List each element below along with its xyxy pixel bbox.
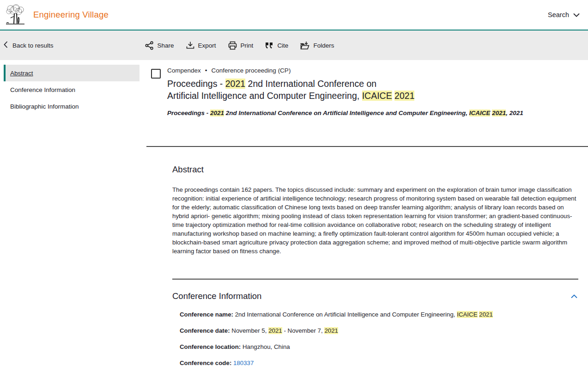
conference-date-field: Conference date: November 5, 2021 - Nove… — [180, 327, 578, 334]
conference-location-value: Hangzhou, China — [241, 343, 290, 350]
conference-name-field: Conference name: 2nd International Confe… — [180, 311, 578, 318]
sidebar-item-abstract[interactable]: Abstract — [4, 65, 139, 81]
sidebar-item-label: Bibliographic Information — [10, 103, 79, 110]
section-divider-inner — [172, 279, 578, 280]
conference-name-value: 2nd International Conference on Artifici… — [233, 311, 493, 318]
conference-code-label: Conference code: — [180, 360, 231, 366]
brand-title[interactable]: Engineering Village — [33, 10, 109, 20]
folders-label: Folders — [313, 42, 334, 49]
conference-location-field: Conference location: Hangzhou, China — [180, 343, 578, 350]
doc-type-label: Conference proceeding (CP) — [212, 67, 291, 74]
sidebar-item-conference-information[interactable]: Conference Information — [4, 81, 139, 98]
folders-icon — [300, 41, 309, 50]
search-menu[interactable]: Search — [548, 11, 580, 18]
sidebar-item-label: Abstract — [10, 70, 33, 77]
conference-information-section: Conference Information Conference name: … — [172, 291, 578, 366]
conference-date-value: November 5, 2021 - November 7, 2021 — [230, 327, 338, 334]
cite-icon — [265, 42, 273, 49]
chevron-left-icon — [4, 41, 8, 49]
share-button[interactable]: Share — [145, 41, 174, 50]
conference-date-label: Conference date: — [180, 327, 230, 334]
select-record-checkbox[interactable] — [151, 69, 161, 79]
section-divider-top — [146, 146, 588, 147]
top-header: Engineering Village Search — [0, 0, 588, 30]
chevron-down-icon — [573, 11, 580, 18]
record-title-line2: Artificial Intelligence and Computer Eng… — [167, 90, 523, 102]
back-to-results-label: Back to results — [12, 42, 54, 49]
export-icon — [186, 41, 194, 49]
meta-separator-dot: • — [205, 67, 207, 74]
record-meta: Compendex • Conference proceeding (CP) — [167, 66, 523, 74]
page: Engineering Village Search Back to resul… — [0, 0, 588, 384]
share-label: Share — [158, 42, 174, 49]
conference-location-label: Conference location: — [180, 343, 241, 350]
export-label: Export — [198, 42, 216, 49]
print-icon — [228, 41, 237, 50]
sidebar-item-bibliographic-information[interactable]: Bibliographic Information — [4, 98, 139, 115]
abstract-text: The proceedings contain 162 papers. The … — [172, 185, 578, 256]
print-label: Print — [241, 42, 254, 49]
abstract-heading: Abstract — [172, 165, 578, 175]
toolbar-actions: Share Export — [145, 41, 334, 50]
folders-button[interactable]: Folders — [300, 41, 334, 50]
conference-name-label: Conference name: — [180, 311, 233, 318]
conference-code-field: Conference code: 180337 — [180, 360, 578, 366]
cite-label: Cite — [277, 42, 288, 49]
share-icon — [145, 41, 154, 50]
collapse-section-button[interactable] — [570, 293, 578, 299]
sidebar-item-label: Conference Information — [10, 86, 75, 93]
record-nav-sidebar: Abstract Conference Information Bibliogr… — [0, 60, 139, 384]
back-to-results-button[interactable]: Back to results — [4, 41, 54, 49]
database-label: Compendex — [167, 67, 201, 74]
conference-information-heading: Conference Information — [172, 291, 261, 301]
chevron-up-icon — [571, 293, 577, 300]
cite-button[interactable]: Cite — [265, 42, 288, 49]
record-main: Compendex • Conference proceeding (CP) P… — [139, 60, 588, 384]
record-title-line1: Proceedings - 2021 2nd International Con… — [167, 78, 523, 90]
record-citation: Proceedings - 2021 2nd International Con… — [167, 110, 523, 116]
abstract-section: Abstract The proceedings contain 162 pap… — [172, 165, 578, 256]
record-toolbar: Back to results Share — [0, 30, 588, 60]
record-title: Proceedings - 2021 2nd International Con… — [167, 78, 523, 102]
elsevier-tree-logo — [4, 4, 27, 26]
print-button[interactable]: Print — [228, 41, 254, 50]
conference-code-link[interactable]: 180337 — [233, 360, 254, 366]
search-menu-label: Search — [548, 11, 569, 18]
export-button[interactable]: Export — [186, 41, 216, 49]
